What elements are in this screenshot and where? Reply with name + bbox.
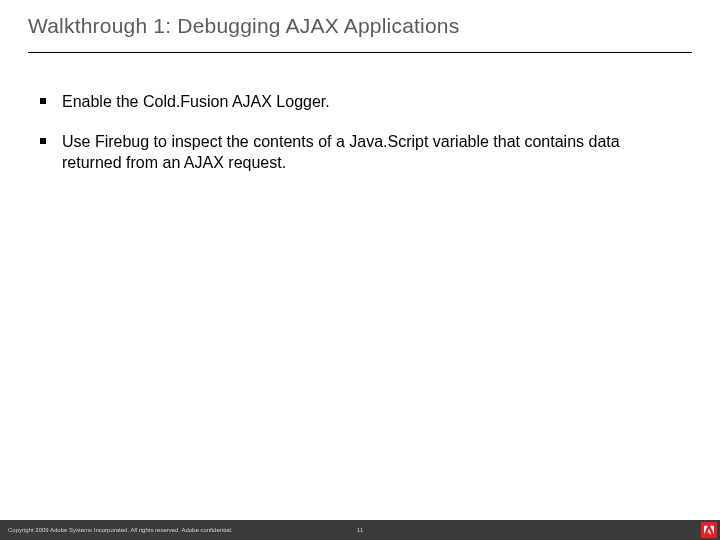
bullet-icon [40, 138, 46, 144]
adobe-logo-icon [701, 522, 717, 538]
bullet-text: Enable the Cold.Fusion AJAX Logger. [62, 91, 330, 113]
bullet-icon [40, 98, 46, 104]
content-area: Enable the Cold.Fusion AJAX Logger. Use … [0, 63, 720, 174]
slide: Walkthrough 1: Debugging AJAX Applicatio… [0, 0, 720, 540]
list-item: Use Firebug to inspect the contents of a… [40, 131, 680, 174]
page-number: 11 [357, 527, 364, 533]
slide-title: Walkthrough 1: Debugging AJAX Applicatio… [28, 14, 692, 38]
footer-bar: Copyright 2009 Adobe Systems Incorporate… [0, 520, 720, 540]
title-underline [28, 52, 692, 53]
title-region: Walkthrough 1: Debugging AJAX Applicatio… [0, 0, 720, 63]
bullet-text: Use Firebug to inspect the contents of a… [62, 131, 680, 174]
list-item: Enable the Cold.Fusion AJAX Logger. [40, 91, 680, 113]
footer-copyright: Copyright 2009 Adobe Systems Incorporate… [8, 527, 232, 533]
